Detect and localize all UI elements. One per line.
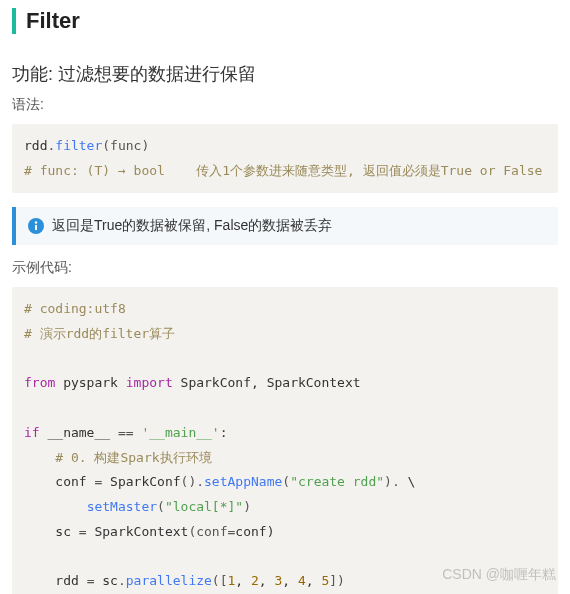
code-line: from pyspark import SparkConf, SparkCont…: [24, 371, 546, 396]
example-codeblock: # coding:utf8 # 演示rdd的filter算子 from pysp…: [12, 287, 558, 594]
code-line: setMaster("local[*]"): [24, 495, 546, 520]
info-text: 返回是True的数据被保留, False的数据被丢弃: [52, 217, 332, 235]
code-line: [24, 396, 546, 421]
svg-rect-2: [35, 225, 37, 231]
info-callout: 返回是True的数据被保留, False的数据被丢弃: [12, 207, 558, 245]
svg-point-1: [35, 222, 37, 224]
info-icon: [28, 218, 44, 234]
code-line: rdd = sc.parallelize([1, 2, 3, 4, 5]): [24, 569, 546, 594]
example-label: 示例代码:: [12, 259, 558, 277]
code-comment: # 演示rdd的filter算子: [24, 322, 546, 347]
code-line: if __name__ == '__main__':: [24, 421, 546, 446]
code-comment: # func: (T) → bool 传入1个参数进来随意类型, 返回值必须是T…: [24, 159, 546, 184]
title-block: Filter: [12, 8, 558, 34]
page-title: Filter: [26, 8, 558, 34]
function-subhead: 功能: 过滤想要的数据进行保留: [12, 62, 558, 86]
code-line: [24, 347, 546, 372]
code-line: conf = SparkConf().setAppName("create rd…: [24, 470, 546, 495]
code-line: rdd.filter(func): [24, 134, 546, 159]
code-comment: # coding:utf8: [24, 297, 546, 322]
syntax-label: 语法:: [12, 96, 558, 114]
code-line: sc = SparkContext(conf=conf): [24, 520, 546, 545]
code-line: # 0. 构建Spark执行环境: [24, 446, 546, 471]
syntax-codeblock: rdd.filter(func) # func: (T) → bool 传入1个…: [12, 124, 558, 193]
code-line: [24, 544, 546, 569]
